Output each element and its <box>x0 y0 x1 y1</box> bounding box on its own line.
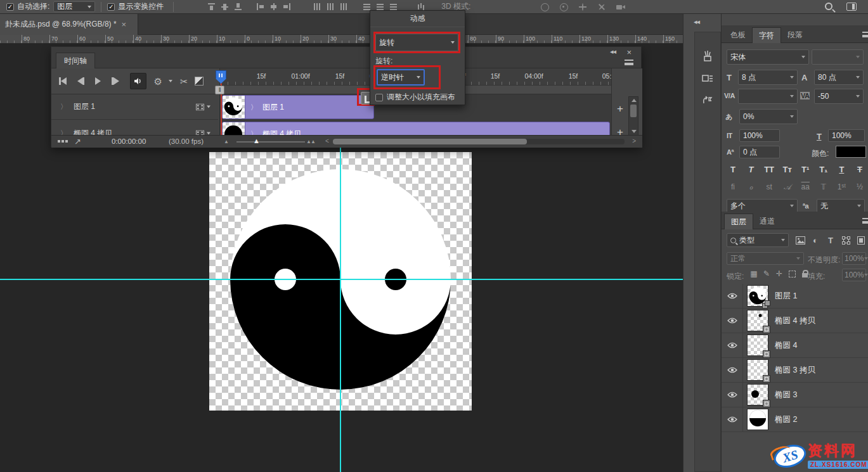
distribute-bottom-icon[interactable] <box>339 3 347 11</box>
horizontal-scale-field[interactable]: 100% <box>828 129 865 142</box>
standard-ligatures-button[interactable]: fi <box>727 182 739 191</box>
next-frame-button[interactable] <box>112 77 119 85</box>
rotate-direction-dropdown[interactable]: 逆时针 <box>377 69 425 86</box>
filter-pixel-layers-icon[interactable] <box>794 234 806 246</box>
scroll-down-icon[interactable] <box>632 130 637 133</box>
layer-row[interactable]: 图层 1 <box>722 284 868 309</box>
zoom-in-timeline-icon[interactable]: ▲▲ <box>306 139 315 144</box>
previous-frame-button[interactable] <box>77 77 85 85</box>
expand-clip-icon[interactable]: 〉 <box>250 129 257 136</box>
small-caps-button[interactable]: Tᴛ <box>781 165 794 174</box>
document-tab-close-icon[interactable]: × <box>122 20 127 29</box>
layer-row[interactable]: 椭圆 3 拷贝 <box>722 358 868 383</box>
collapse-panel-icon[interactable]: ◂◂ <box>610 48 616 56</box>
font-size-field[interactable]: 8 点 <box>738 70 798 85</box>
auto-select-checkbox[interactable]: ✓ <box>6 3 14 11</box>
track-header-ellipse4-copy[interactable]: 〉 椭圆 4 拷贝 <box>51 121 218 135</box>
layer-thumbnail[interactable] <box>747 384 768 405</box>
align-left-edges-icon[interactable] <box>256 3 264 11</box>
timeline-settings-gear-icon[interactable]: ⚙ <box>154 77 162 86</box>
baseline-shift-field[interactable]: 0 点 <box>739 146 780 158</box>
blend-mode-dropdown[interactable]: 正常 <box>727 252 804 265</box>
align-bottom-edges-icon[interactable] <box>234 3 242 11</box>
subscript-button[interactable]: T₁ <box>817 165 830 174</box>
clip-layer1[interactable]: 〉 图层 1 <box>222 95 374 119</box>
anti-alias-dropdown[interactable]: 无 <box>817 199 865 213</box>
swash-button[interactable]: 𝒜 <box>781 182 794 191</box>
leading-field[interactable]: 80 点 <box>814 70 864 85</box>
layer-visibility-toggle[interactable] <box>722 284 743 308</box>
resize-to-fill-checkbox[interactable] <box>375 94 383 101</box>
strikethrough-button[interactable]: T <box>853 165 866 174</box>
filter-adjustment-layers-icon[interactable]: ◐ <box>809 234 822 246</box>
language-dropdown[interactable]: 多个 <box>727 199 798 213</box>
tab-swatches[interactable]: 色板 <box>724 27 752 43</box>
layer-visibility-toggle[interactable] <box>722 407 743 431</box>
auto-select-target-dropdown[interactable]: 图层 <box>53 1 95 12</box>
lock-position-icon[interactable]: ✛ <box>774 269 785 278</box>
tab-channels[interactable]: 通道 <box>753 214 781 229</box>
timeline-vertical-scrollbar[interactable] <box>628 96 638 136</box>
split-at-playhead-icon[interactable]: ✂ <box>180 77 188 86</box>
expand-track-icon[interactable]: 〉 <box>60 129 67 135</box>
layer-row[interactable]: 椭圆 2 <box>722 407 868 432</box>
opacity-field[interactable]: 100% <box>842 252 866 265</box>
superscript-button[interactable]: T¹ <box>799 165 812 174</box>
tab-layers[interactable]: 图层 <box>724 214 753 229</box>
layer-thumbnail[interactable] <box>747 359 768 381</box>
document-tab[interactable]: 卦未成品.psd @ 68.9%(RGB/8) * × <box>0 14 138 35</box>
font-style-dropdown[interactable] <box>812 49 864 65</box>
filter-type-layers-icon[interactable]: T <box>824 234 837 246</box>
layer-thumbnail[interactable] <box>747 285 768 307</box>
lock-artboard-icon[interactable] <box>786 269 798 278</box>
kerning-field[interactable] <box>738 89 798 104</box>
panel-menu-icon[interactable] <box>625 60 633 65</box>
tsume-field[interactable]: 0% <box>739 109 798 124</box>
tab-character[interactable]: 字符 <box>752 27 781 43</box>
3d-pan-icon[interactable] <box>578 3 588 11</box>
layer-row[interactable]: 椭圆 4 <box>722 333 868 358</box>
render-export-icon[interactable]: ↗ <box>74 137 81 146</box>
show-transform-checkbox[interactable]: ✓ <box>107 3 115 11</box>
titling-alternates-button[interactable]: 𝕋 <box>817 182 830 191</box>
add-media-button[interactable]: + <box>617 103 623 114</box>
layer-visibility-toggle[interactable] <box>722 358 743 382</box>
text-color-swatch[interactable] <box>836 146 866 158</box>
layer-thumbnail[interactable] <box>747 335 768 356</box>
mute-audio-button[interactable] <box>130 73 146 89</box>
brush-presets-icon[interactable] <box>701 50 714 63</box>
align-vertical-centers-icon[interactable] <box>221 3 229 11</box>
align-top-edges-icon[interactable] <box>207 3 216 11</box>
distribute-vertical-centers-icon[interactable] <box>326 3 334 11</box>
underline-button[interactable]: T <box>835 165 848 174</box>
lock-transparency-icon[interactable]: ▦ <box>748 269 760 278</box>
align-right-edges-icon[interactable] <box>283 3 291 11</box>
layer-filter-dropdown[interactable]: 类型 <box>727 233 789 247</box>
filter-shape-layers-icon[interactable] <box>839 234 852 246</box>
expand-clip-icon[interactable]: 〉 <box>250 103 257 112</box>
all-caps-button[interactable]: TT <box>763 165 775 174</box>
lock-pixels-icon[interactable]: ✎ <box>761 269 772 278</box>
expand-track-icon[interactable]: 〉 <box>60 102 67 112</box>
close-panel-icon[interactable]: × <box>626 48 631 57</box>
frame-view-icon[interactable] <box>58 140 60 143</box>
panel-menu-icon[interactable] <box>862 32 868 37</box>
scroll-up-icon[interactable] <box>632 99 637 102</box>
layer-row[interactable]: 椭圆 3 <box>722 383 868 407</box>
3d-slide-icon[interactable] <box>595 0 609 13</box>
layer-row[interactable]: 椭圆 4 拷贝 <box>722 309 868 333</box>
horizontal-guide[interactable] <box>0 279 683 280</box>
filter-smart-objects-icon[interactable] <box>855 234 867 246</box>
properties-panel-icon[interactable] <box>701 73 714 86</box>
tracking-field[interactable]: -50 <box>814 89 864 104</box>
expand-panels-icon[interactable]: ◂◂ <box>694 18 699 26</box>
scrollbar-thumb[interactable] <box>630 105 637 117</box>
distribute-vertical-icon[interactable] <box>313 3 321 11</box>
layer-visibility-toggle[interactable] <box>722 309 743 333</box>
layer-visibility-toggle[interactable] <box>722 383 743 407</box>
3d-roll-icon[interactable] <box>559 3 569 11</box>
transition-icon[interactable] <box>195 77 204 86</box>
track-options-chevron-icon[interactable] <box>207 106 211 108</box>
gear-dropdown-chevron-icon[interactable] <box>169 80 172 82</box>
timeline-horizontal-scrollbar[interactable] <box>333 139 625 144</box>
